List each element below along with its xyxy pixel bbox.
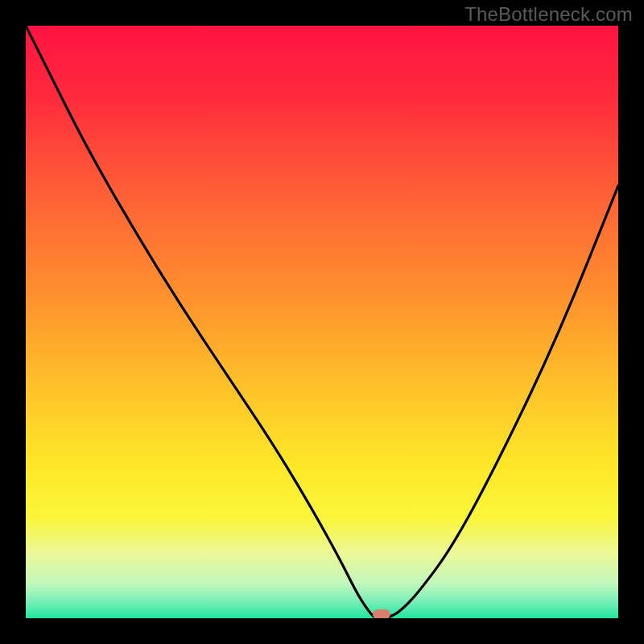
optimum-marker [373, 609, 390, 618]
watermark-text: TheBottleneck.com [464, 3, 633, 26]
chart-frame: TheBottleneck.com [0, 0, 644, 644]
plot-area [26, 26, 618, 618]
bottleneck-curve [26, 26, 618, 618]
